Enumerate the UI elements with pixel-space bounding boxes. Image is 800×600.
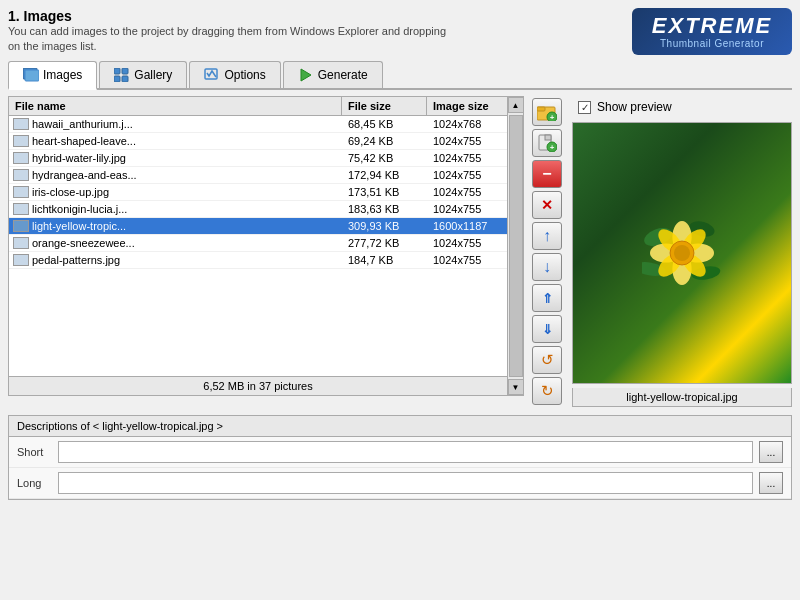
header-title-area: 1. Images You can add images to the proj… bbox=[8, 8, 458, 55]
svg-text:+: + bbox=[550, 143, 555, 152]
file-name: hawaii_anthurium.j... bbox=[32, 118, 133, 130]
rotate-right-button[interactable]: ↻ bbox=[532, 377, 562, 405]
descriptions-title: Descriptions of < light-yellow-tropical.… bbox=[9, 416, 791, 437]
file-size: 75,42 KB bbox=[342, 150, 427, 166]
logo-extreme: EXTREME bbox=[644, 14, 780, 38]
long-input[interactable] bbox=[58, 472, 753, 494]
descriptions-section: Descriptions of < light-yellow-tropical.… bbox=[8, 415, 792, 500]
image-size: 1600x1187 bbox=[427, 218, 507, 234]
file-size: 69,24 KB bbox=[342, 133, 427, 149]
file-thumbnail-icon bbox=[13, 203, 29, 215]
file-size: 173,51 KB bbox=[342, 184, 427, 200]
main-container: 1. Images You can add images to the proj… bbox=[0, 0, 800, 600]
image-size: 1024x755 bbox=[427, 235, 507, 251]
tab-images[interactable]: Images bbox=[8, 61, 97, 90]
tab-gallery[interactable]: Gallery bbox=[99, 61, 187, 88]
file-size: 184,7 KB bbox=[342, 252, 427, 268]
file-list-header: File name File size Image size bbox=[9, 97, 507, 116]
move-top-button[interactable]: ⇑ bbox=[532, 284, 562, 312]
remove-button[interactable]: − bbox=[532, 160, 562, 188]
long-label: Long bbox=[17, 477, 52, 489]
file-thumbnail-icon bbox=[13, 118, 29, 130]
file-size: 309,93 KB bbox=[342, 218, 427, 234]
move-down-button[interactable]: ↓ bbox=[532, 253, 562, 281]
show-preview-checkbox[interactable]: ✓ bbox=[578, 101, 591, 114]
table-row[interactable]: hydrangea-and-eas...172,94 KB1024x755 bbox=[9, 167, 507, 184]
image-size: 1024x755 bbox=[427, 167, 507, 183]
table-row[interactable]: orange-sneezewee...277,72 KB1024x755 bbox=[9, 235, 507, 252]
short-input[interactable] bbox=[58, 441, 753, 463]
file-thumbnail-icon bbox=[13, 237, 29, 249]
column-filename: File name bbox=[9, 97, 342, 115]
images-icon bbox=[23, 67, 39, 83]
delete-button[interactable]: ✕ bbox=[532, 191, 562, 219]
rotate-left-button[interactable]: ↺ bbox=[532, 346, 562, 374]
svg-rect-5 bbox=[122, 76, 128, 82]
table-row[interactable]: pedal-patterns.jpg184,7 KB1024x755 bbox=[9, 252, 507, 269]
page-subtitle: You can add images to the project by dra… bbox=[8, 24, 458, 55]
table-row[interactable]: lichtkonigin-lucia.j...183,63 KB1024x755 bbox=[9, 201, 507, 218]
header-section: 1. Images You can add images to the proj… bbox=[8, 8, 792, 55]
file-thumbnail-icon bbox=[13, 152, 29, 164]
file-name: light-yellow-tropic... bbox=[32, 220, 126, 232]
column-filesize: File size bbox=[342, 97, 427, 115]
file-thumbnail-icon bbox=[13, 220, 29, 232]
scroll-thumb[interactable] bbox=[509, 115, 523, 377]
scroll-up-arrow[interactable]: ▲ bbox=[508, 97, 524, 113]
tab-generate[interactable]: Generate bbox=[283, 61, 383, 88]
file-size: 172,94 KB bbox=[342, 167, 427, 183]
file-name: hybrid-water-lily.jpg bbox=[32, 152, 126, 164]
svg-rect-4 bbox=[114, 76, 120, 82]
options-icon bbox=[204, 67, 220, 83]
scrollbar[interactable]: ▲ ▼ bbox=[507, 97, 523, 395]
preview-image-area bbox=[572, 122, 792, 384]
svg-marker-7 bbox=[301, 69, 311, 81]
file-size: 277,72 KB bbox=[342, 235, 427, 251]
show-preview-label: Show preview bbox=[597, 100, 672, 114]
image-size: 1024x755 bbox=[427, 150, 507, 166]
file-name: lichtkonigin-lucia.j... bbox=[32, 203, 127, 215]
preview-image-placeholder bbox=[573, 123, 791, 383]
long-browse-button[interactable]: ... bbox=[759, 472, 783, 494]
move-bottom-button[interactable]: ⇓ bbox=[532, 315, 562, 343]
long-desc-row: Long ... bbox=[9, 468, 791, 499]
add-folder-button[interactable]: + bbox=[532, 98, 562, 126]
file-thumbnail-icon bbox=[13, 186, 29, 198]
file-name: iris-close-up.jpg bbox=[32, 186, 109, 198]
gallery-icon bbox=[114, 67, 130, 83]
file-name: heart-shaped-leave... bbox=[32, 135, 136, 147]
svg-rect-13 bbox=[545, 135, 551, 140]
page-title: 1. Images bbox=[8, 8, 458, 24]
table-row[interactable]: light-yellow-tropic...309,93 KB1600x1187 bbox=[9, 218, 507, 235]
file-list-footer: 6,52 MB in 37 pictures bbox=[9, 376, 507, 395]
table-row[interactable]: iris-close-up.jpg173,51 KB1024x755 bbox=[9, 184, 507, 201]
add-files-button[interactable]: + bbox=[532, 129, 562, 157]
file-thumbnail-icon bbox=[13, 169, 29, 181]
short-desc-row: Short ... bbox=[9, 437, 791, 468]
svg-text:+: + bbox=[550, 113, 555, 121]
scroll-down-arrow[interactable]: ▼ bbox=[508, 379, 524, 395]
file-name: pedal-patterns.jpg bbox=[32, 254, 120, 266]
tab-gallery-label: Gallery bbox=[134, 68, 172, 82]
move-up-button[interactable]: ↑ bbox=[532, 222, 562, 250]
table-row[interactable]: heart-shaped-leave...69,24 KB1024x755 bbox=[9, 133, 507, 150]
file-name: orange-sneezewee... bbox=[32, 237, 135, 249]
tab-options[interactable]: Options bbox=[189, 61, 280, 88]
file-size: 68,45 KB bbox=[342, 116, 427, 132]
table-row[interactable]: hybrid-water-lily.jpg75,42 KB1024x755 bbox=[9, 150, 507, 167]
file-thumbnail-icon bbox=[13, 135, 29, 147]
middle-buttons: + + − ✕ ↑ ↓ ⇑ ⇓ ↺ ↻ bbox=[530, 96, 566, 407]
image-size: 1024x755 bbox=[427, 201, 507, 217]
tabs-bar: Images Gallery Options Generat bbox=[8, 61, 792, 90]
tab-images-label: Images bbox=[43, 68, 82, 82]
image-size: 1024x768 bbox=[427, 116, 507, 132]
logo-area: EXTREME Thumbnail Generator bbox=[632, 8, 792, 55]
svg-rect-1 bbox=[25, 70, 39, 81]
generate-icon bbox=[298, 67, 314, 83]
file-list-scroll[interactable]: hawaii_anthurium.j...68,45 KB1024x768hea… bbox=[9, 116, 507, 376]
table-row[interactable]: hawaii_anthurium.j...68,45 KB1024x768 bbox=[9, 116, 507, 133]
svg-rect-9 bbox=[537, 107, 545, 111]
short-browse-button[interactable]: ... bbox=[759, 441, 783, 463]
image-size: 1024x755 bbox=[427, 133, 507, 149]
right-panel: ✓ Show preview bbox=[572, 96, 792, 407]
